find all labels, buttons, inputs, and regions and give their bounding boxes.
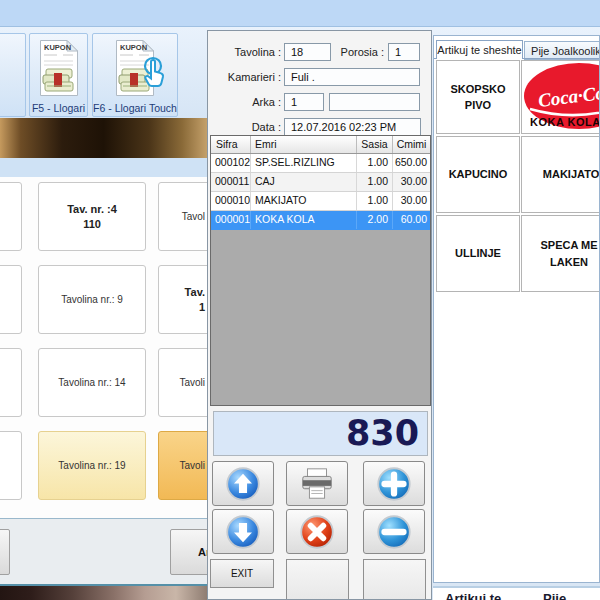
kamarieri-label: Kamarieri : xyxy=(208,68,281,86)
tables-panel: Tav. nr. :4 110 Tavol Tavolina nr.: 9 Ta… xyxy=(0,177,207,518)
bottom-button-artikuj-partial[interactable]: Ar xyxy=(170,529,207,575)
printer-icon xyxy=(298,466,336,502)
move-up-button[interactable] xyxy=(212,461,274,506)
porosia-label: Porosia : xyxy=(328,43,384,61)
red-x-icon xyxy=(299,514,335,550)
arka-label: Arka : xyxy=(208,93,281,111)
tavolina-field[interactable]: 18 xyxy=(284,43,331,61)
bottom-category-artikuj: Artikuj te xyxy=(445,591,501,600)
kamarieri-field[interactable]: Fuli . xyxy=(284,68,420,86)
porosia-field[interactable]: 1 xyxy=(388,43,420,61)
desktop-strip xyxy=(0,586,207,600)
arrow-down-icon xyxy=(225,514,261,550)
column-header-emri[interactable]: Emri xyxy=(251,136,357,153)
bottom-category-pije: Pije xyxy=(543,591,566,600)
f6-llogari-touch-button[interactable]: KUPON F6 - Llogari Touch xyxy=(92,33,178,117)
product-ullinje[interactable]: ULLINJE xyxy=(436,215,520,292)
product-koka-kola[interactable]: Coca·Cola KOKA KOLA xyxy=(521,60,600,134)
column-header-cmimi[interactable]: Cmimi xyxy=(393,136,430,153)
toolbar-button-partial-touch[interactable]: Touch xyxy=(0,33,26,117)
table-button-cut[interactable]: Tavoli xyxy=(158,348,207,417)
tavolina-label: Tavolina : xyxy=(208,43,281,61)
exit-button[interactable]: EXIT xyxy=(210,559,274,588)
svg-text:KUPON: KUPON xyxy=(44,43,71,52)
toolbar-button-label: Touch xyxy=(0,102,25,114)
column-header-sasia[interactable]: Sasia xyxy=(357,136,393,153)
arka-extra-field[interactable] xyxy=(329,93,420,111)
product-koka-kola-label: KOKA KOLA xyxy=(530,114,600,131)
table-button-cut[interactable]: Tav. 1 xyxy=(158,265,207,334)
arrow-up-icon xyxy=(225,466,261,502)
toolbar-button-label: F5 - Llogari xyxy=(30,102,87,114)
table-row[interactable]: 000011 CAJ 1.00 30.00 xyxy=(211,173,430,192)
tab-artikuj-te-sheshte[interactable]: Artikuj te sheshte xyxy=(436,40,523,59)
table-row-selected[interactable]: 000001 KOKA KOLA 2.00 60.00 xyxy=(211,211,430,230)
table-button-occupied-cut[interactable]: Tavoli xyxy=(158,431,207,500)
print-button[interactable] xyxy=(286,461,348,506)
table-button-19-occupied[interactable]: Tavolina nr.: 19 xyxy=(38,431,146,500)
subtract-item-button[interactable] xyxy=(363,509,425,554)
column-header-sifra[interactable]: Sifra xyxy=(211,136,251,153)
money-stack-icon xyxy=(43,69,73,91)
table-button-14[interactable]: Tavolina nr.: 14 xyxy=(38,348,146,417)
product-skopsko-pivo[interactable]: SKOPSKO PIVO xyxy=(436,60,520,134)
plus-icon xyxy=(376,466,412,502)
kupon-invoice-icon: KUPON xyxy=(39,39,79,97)
grid-header-row: Sifra Emri Sasia Cmimi xyxy=(211,136,430,154)
add-item-button[interactable] xyxy=(363,461,425,506)
delete-item-button[interactable] xyxy=(286,509,348,554)
banner-image xyxy=(0,118,207,158)
svg-text:KUPON: KUPON xyxy=(120,43,147,52)
toolbar-button-label: F6 - Llogari Touch xyxy=(93,102,177,114)
ribbon-top-band xyxy=(0,0,600,27)
bottom-button-partial[interactable] xyxy=(0,529,10,575)
table-button-cut[interactable]: Tavol xyxy=(158,182,207,251)
order-items-grid: Sifra Emri Sasia Cmimi 000102 SP.SEL.RIZ… xyxy=(210,135,431,406)
touch-hand-icon xyxy=(139,56,169,92)
product-kapucino[interactable]: KAPUCINO xyxy=(436,136,520,213)
table-row[interactable]: 000102 SP.SEL.RIZLING 1.00 650.00 xyxy=(211,154,430,173)
f11-storno-button[interactable]: F11 - Storno Incizo xyxy=(286,559,349,600)
order-panel: Tavolina : 18 Porosia : 1 Kamarieri : Fu… xyxy=(207,30,432,600)
data-label: Data : xyxy=(208,118,281,136)
left-bottom-strip: Ar xyxy=(0,518,207,585)
total-display: 830 xyxy=(213,411,428,456)
products-panel: Artikuj te sheshte Pije Joalkoolike SKOP… xyxy=(433,35,600,583)
table-row[interactable]: 000010 MAKIJATO 1.00 30.00 xyxy=(211,192,430,211)
bottom-categories-partial: Artikuj te Pije xyxy=(433,586,600,600)
data-field[interactable]: 12.07.2016 02:23 PM xyxy=(284,118,421,136)
product-makijato[interactable]: MAKIJATO xyxy=(521,136,600,213)
table-button-9[interactable]: Tavolina nr.: 9 xyxy=(38,265,146,334)
product-speca-me-laken[interactable]: SPECA ME LAKEN xyxy=(521,215,600,292)
move-down-button[interactable] xyxy=(212,509,274,554)
f9-incizo-button[interactable]: F9 - Incizo xyxy=(363,559,426,600)
table-button-4[interactable]: Tav. nr. :4 110 xyxy=(38,182,146,251)
table-button-partial[interactable] xyxy=(0,265,22,334)
table-button-partial[interactable] xyxy=(0,348,22,417)
table-button-partial[interactable] xyxy=(0,431,22,500)
table-button-partial[interactable] xyxy=(0,182,22,251)
minus-icon xyxy=(376,514,412,550)
f5-llogari-button[interactable]: KUPON F5 - Llogari xyxy=(29,33,88,117)
arka-field[interactable]: 1 xyxy=(284,93,324,111)
